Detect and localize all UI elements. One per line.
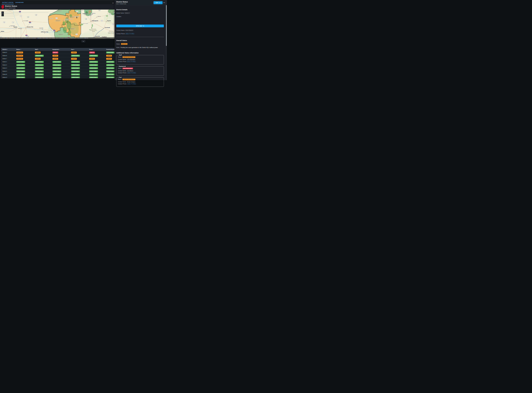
city-label: Lawrence (18, 28, 22, 29)
table-row[interactable]: District 1OPERATIONALOPERATIONALOPERATIO… (1, 60, 115, 63)
district-name-value: District 5 (125, 12, 130, 14)
district-map[interactable]: LincolnSt. JosephManhattanTopekaLawrence… (0, 10, 115, 39)
status-badge: OPERATIONAL (106, 61, 115, 63)
us-route-shield-69: 69 (27, 16, 29, 18)
table-row[interactable]: District 7IMPACTEDLIMITEDLIMITEDLIMITEDL… (1, 57, 115, 60)
status-cell: OPERATIONAL (105, 64, 115, 66)
status-cell: OPERATIONAL (34, 70, 51, 72)
tab-district-status[interactable]: DISTRICT STATUS (2, 1, 13, 4)
status-cell: OPERATIONAL (105, 51, 115, 54)
status-cell: NON-OP (88, 51, 105, 54)
city-label: Topeka (13, 26, 17, 28)
district-name-label: District Name: (116, 12, 124, 14)
close-icon[interactable]: ✕ (112, 2, 114, 4)
column-header-staff[interactable]: Staff▲▼ (34, 49, 51, 50)
column-header-equipment[interactable]: Equipment▲▼ (51, 49, 70, 50)
city-dot (22, 21, 23, 21)
city-dot (82, 24, 82, 24)
status-cell: OPERATIONAL (15, 67, 34, 69)
city-dot (69, 19, 69, 20)
city-label: Dayton (107, 20, 111, 21)
zoom-in-button[interactable]: + (1, 11, 4, 14)
status-badge: OPERATIONAL (89, 67, 98, 69)
more-options-icon[interactable]: ••• (163, 2, 165, 3)
district-area-label: District 8 (58, 34, 64, 35)
group-contact-name-row: Contact Name:John Benedict (118, 59, 135, 60)
table-row[interactable]: District 4OPERATIONALOPERATIONALOPERATIO… (1, 70, 115, 73)
group-status-row: Status:LIMITED FUNCTIONALITY (118, 56, 135, 58)
city-dot (44, 33, 45, 33)
contact-name-label: Contact Name: (116, 29, 125, 31)
status-cell: OPERATIONAL (51, 61, 70, 63)
city-label: Quincy (50, 18, 53, 19)
status-cell: LIMITED (70, 58, 88, 60)
status-cell: OPERATIONAL (70, 64, 88, 66)
table-row[interactable]: District 8OPERATIONALOPERATIONALOPERATIO… (1, 73, 115, 76)
column-header-status[interactable]: Status▲ (15, 49, 34, 50)
district-cell: District 9 (1, 77, 15, 78)
table-row[interactable]: District 2OPERATIONALOPERATIONALOPERATIO… (1, 64, 115, 67)
edit-button[interactable]: EDIT (154, 1, 162, 4)
status-badge: OPERATIONAL (52, 67, 61, 69)
status-cell: OPERATIONAL (15, 73, 34, 75)
open-map-button[interactable]: OPEN MAP (116, 25, 164, 27)
sort-icon: ▲▼ (74, 49, 75, 50)
us-route-shield-136: 136 (85, 18, 87, 20)
sort-icon: ▲▼ (38, 49, 39, 50)
tab-dashboard[interactable]: DASHBOARD (15, 1, 24, 4)
city-dot (91, 14, 91, 14)
status-badge: OPERATIONAL (35, 67, 44, 69)
city-dot (25, 28, 26, 28)
table-row[interactable]: District 5IMPACTEDLIMITEDNON-OPLIMITEDNO… (1, 51, 115, 54)
section-divider (116, 37, 164, 37)
status-badge: OPERATIONAL (16, 77, 25, 78)
status-cell: OPERATIONAL (51, 76, 70, 78)
interstate-shield-29: 29 (19, 11, 21, 13)
app-header: District Status DAILY OPERATIONS (0, 4, 115, 10)
status-cell: OPERATIONAL (88, 54, 105, 57)
city-dot (106, 21, 107, 22)
city-label: Manhattan (10, 25, 15, 26)
status-cell: LIMITED (105, 54, 115, 57)
group-contact-phone-row: Contact Phone(815) 771-0611 (118, 61, 136, 62)
column-header-communications[interactable]: Communications▲▼ (105, 49, 115, 50)
column-header-power[interactable]: Power▲▼ (88, 49, 105, 50)
refuge-label: Muscatatuck National Wildlife Refuge (89, 29, 98, 32)
overall-status-badge: IMPACTED (121, 43, 127, 45)
status-cell: OPERATIONAL (34, 54, 51, 57)
status-cell: NON-OP (51, 51, 70, 54)
column-header-fuel[interactable]: Fuel▲▼ (70, 49, 88, 50)
district-area-label: District 7 (70, 28, 75, 29)
map-base (0, 10, 115, 39)
city-label: Jefferson City (41, 31, 48, 33)
shield-logo-icon (1, 5, 4, 9)
status-badge: OPERATIONAL (71, 64, 80, 66)
status-cell: LIMITED (88, 58, 105, 60)
status-badge: LIMITED (89, 58, 95, 60)
state-label: Illinois (65, 19, 68, 20)
status-badge: IMPACTED (16, 52, 23, 54)
status-badge: OPERATIONAL (52, 77, 61, 78)
table-header-row: District▲▼Status▲Staff▲▼Equipment▲▼Fuel▲… (1, 48, 115, 51)
status-badge: LIMITED (35, 58, 41, 60)
map-collapse-button[interactable]: ▲ (81, 40, 85, 43)
status-badge: OPERATIONAL (89, 74, 98, 75)
table-row[interactable]: District 9OPERATIONALOPERATIONALOPERATIO… (1, 76, 115, 78)
panel-scrollbar-thumb[interactable] (166, 5, 167, 46)
zoom-out-button[interactable]: − (1, 14, 4, 16)
city-label: Kansas City (27, 26, 33, 28)
table-row[interactable]: District 6IMPACTEDOPERATIONALLIMITEDOPER… (1, 54, 115, 57)
column-header-district[interactable]: District▲▼ (1, 49, 15, 50)
city-label: Louisville (95, 36, 100, 37)
status-cell: LIMITED (51, 54, 70, 57)
city-label: Lafayette (83, 13, 87, 14)
table-row[interactable]: District 3OPERATIONALOPERATIONALOPERATIO… (1, 67, 115, 70)
status-badge: OPERATIONAL (106, 52, 115, 54)
status-badge: LIMITED (106, 55, 112, 57)
status-cell: LIMITED (105, 58, 115, 60)
contact-phone-value[interactable]: (815) 771-0611 (125, 33, 134, 34)
status-badge: OPERATIONAL (35, 70, 44, 72)
group-legend: Fuel (118, 77, 122, 78)
city-label: Terre Haute (83, 23, 88, 24)
district-area-label: District 5 (70, 16, 75, 18)
